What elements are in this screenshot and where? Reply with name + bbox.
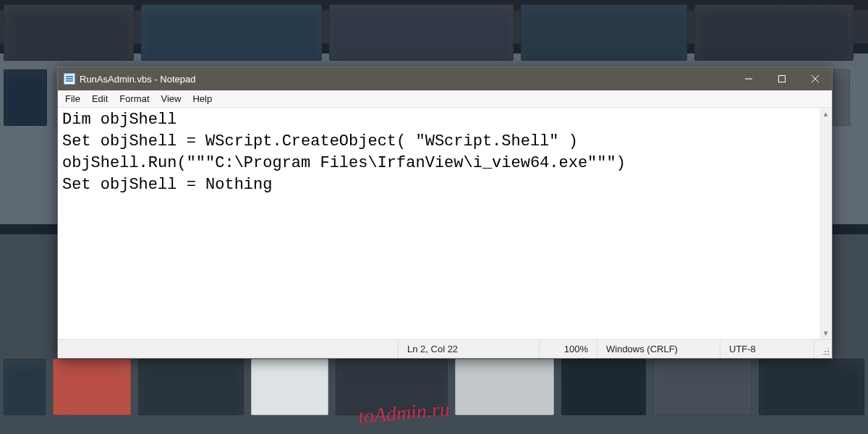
status-zoom[interactable]: 100% (539, 340, 597, 358)
minimize-button[interactable] (732, 67, 765, 90)
maximize-button[interactable] (765, 67, 799, 90)
titlebar[interactable]: RunAsAdmin.vbs - Notepad (58, 67, 832, 90)
editor-area: Dim objShell Set objShell = WScript.Crea… (58, 108, 832, 339)
text-editor[interactable]: Dim objShell Set objShell = WScript.Crea… (58, 108, 832, 339)
close-button[interactable] (799, 67, 832, 90)
menu-format[interactable]: Format (114, 92, 155, 106)
menubar: File Edit Format View Help (58, 90, 832, 108)
status-cursor-position: Ln 2, Col 22 (398, 340, 539, 358)
svg-rect-1 (779, 76, 786, 82)
menu-edit[interactable]: Edit (86, 92, 114, 106)
scroll-up-button[interactable]: ▲ (820, 108, 832, 120)
menu-view[interactable]: View (156, 92, 187, 106)
menu-help[interactable]: Help (187, 92, 218, 106)
menu-file[interactable]: File (59, 92, 86, 106)
status-empty (58, 340, 398, 358)
resize-grip[interactable] (814, 340, 832, 358)
notepad-app-icon (64, 73, 75, 85)
notepad-window: RunAsAdmin.vbs - Notepad File Edit Forma… (57, 67, 833, 359)
statusbar: Ln 2, Col 22 100% Windows (CRLF) UTF-8 (58, 339, 832, 358)
window-title: RunAsAdmin.vbs - Notepad (80, 74, 195, 85)
status-encoding: UTF-8 (720, 340, 814, 358)
scroll-down-button[interactable]: ▼ (820, 327, 832, 339)
status-line-ending: Windows (CRLF) (597, 340, 720, 358)
